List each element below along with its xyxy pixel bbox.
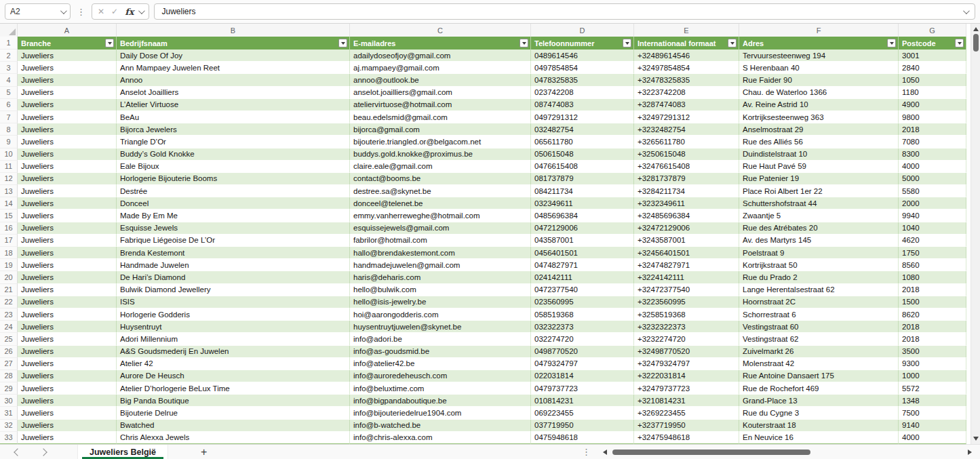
cell-E14[interactable]: +3232349611 — [634, 197, 739, 209]
row-header-25[interactable]: 25 — [0, 333, 18, 345]
cell-G8[interactable]: 2018 — [899, 123, 966, 136]
row-header-20[interactable]: 20 — [0, 271, 18, 283]
cell-E27[interactable]: +32479324797 — [634, 358, 739, 370]
cell-G23[interactable]: 8620 — [899, 308, 966, 321]
cell-B18[interactable]: Brenda Kestemont — [117, 247, 350, 259]
cell-C30[interactable]: info@bigpandaboutique.be — [350, 395, 531, 407]
row-header-30[interactable]: 30 — [0, 395, 18, 407]
cell-G4[interactable]: 1050 — [899, 74, 966, 86]
cell-F26[interactable]: Zuivelmarkt 26 — [739, 346, 899, 358]
cell-C7[interactable]: beau.edelsmid@gmail.com — [350, 111, 531, 123]
cell-F9[interactable]: Rue des Alliés 56 — [739, 136, 899, 148]
cell-A28[interactable]: Juweliers — [18, 370, 117, 382]
cell-E13[interactable]: +3284211734 — [634, 185, 739, 197]
cell-D33[interactable]: 0475948618 — [531, 432, 634, 444]
row-header-26[interactable]: 26 — [0, 346, 18, 358]
cell-A9[interactable]: Juweliers — [18, 136, 117, 148]
cell-F14[interactable]: Schuttershofstraat 44 — [739, 197, 899, 209]
cell-A11[interactable]: Juweliers — [18, 161, 117, 173]
cell-F6[interactable]: Av. Reine Astrid 10 — [739, 99, 899, 111]
cell-B3[interactable]: Ann Mampaey Juwelen Reet — [117, 62, 350, 74]
cell-F16[interactable]: Rue des Atrébates 20 — [739, 222, 899, 235]
row-header-16[interactable]: 16 — [0, 222, 18, 235]
cell-E19[interactable]: +32474827971 — [634, 259, 739, 271]
table-header-cell-F[interactable]: Adres — [739, 37, 899, 49]
cell-A12[interactable]: Juweliers — [18, 173, 117, 185]
cell-C20[interactable]: haris@deharis.com — [350, 271, 531, 283]
row-header-15[interactable]: 15 — [0, 209, 18, 222]
cell-D23[interactable]: 058519368 — [531, 308, 634, 321]
row-header-13[interactable]: 13 — [0, 185, 18, 197]
cell-E17[interactable]: +3243587001 — [634, 235, 739, 247]
column-header-C[interactable]: C — [350, 24, 531, 37]
cell-A33[interactable]: Juweliers — [18, 432, 117, 444]
cell-C18[interactable]: hallo@brendakestemont.com — [350, 247, 531, 259]
row-header-9[interactable]: 9 — [0, 136, 18, 148]
cell-D18[interactable]: 0456401501 — [531, 247, 634, 259]
row-header-31[interactable]: 31 — [0, 407, 18, 419]
cell-E24[interactable]: +3232322373 — [634, 321, 739, 333]
cell-G7[interactable]: 9800 — [899, 111, 966, 123]
row-header-23[interactable]: 23 — [0, 308, 18, 321]
row-header-6[interactable]: 6 — [0, 99, 18, 111]
cell-C27[interactable]: info@atelier42.be — [350, 358, 531, 370]
cell-B8[interactable]: Bijorca Jewelers — [117, 123, 350, 136]
row-header-19[interactable]: 19 — [0, 259, 18, 271]
cell-A24[interactable]: Juweliers — [18, 321, 117, 333]
cell-E10[interactable]: +3250615048 — [634, 148, 739, 161]
cell-F12[interactable]: Rue Patenier 19 — [739, 173, 899, 185]
cell-F31[interactable]: Rue du Cygne 3 — [739, 407, 899, 419]
cell-B27[interactable]: Atelier 42 — [117, 358, 350, 370]
cell-A8[interactable]: Juweliers — [18, 123, 117, 136]
cell-F8[interactable]: Anselmostraat 29 — [739, 123, 899, 136]
cell-G15[interactable]: 9940 — [899, 209, 966, 222]
cell-E33[interactable]: +32475948618 — [634, 432, 739, 444]
cell-G28[interactable]: 1000 — [899, 370, 966, 382]
confirm-entry-icon[interactable]: ✓ — [111, 7, 118, 16]
cell-A27[interactable]: Juweliers — [18, 358, 117, 370]
cell-D32[interactable]: 037719950 — [531, 420, 634, 432]
filter-button-G[interactable] — [955, 39, 964, 47]
cell-E29[interactable]: +32479737723 — [634, 382, 739, 395]
row-header-8[interactable]: 8 — [0, 123, 18, 136]
formula-input[interactable]: Juweliers — [154, 3, 975, 20]
horizontal-scrollbar[interactable] — [603, 449, 972, 456]
cell-B26[interactable]: A&S Goudsmederij En Juwelen — [117, 346, 350, 358]
cell-C22[interactable]: hello@isis-jewelry.be — [350, 296, 531, 308]
cell-C24[interactable]: huysentruytjuwelen@skynet.be — [350, 321, 531, 333]
cell-F25[interactable]: Vestingstraat 62 — [739, 333, 899, 345]
cell-E28[interactable]: +3222031814 — [634, 370, 739, 382]
row-header-22[interactable]: 22 — [0, 296, 18, 308]
cell-C28[interactable]: info@auroredeheusch.com — [350, 370, 531, 382]
cell-C14[interactable]: donceel@telenet.be — [350, 197, 531, 209]
cell-C5[interactable]: anselot.joailliers@gmail.com — [350, 87, 531, 99]
cell-B2[interactable]: Daily Dose Of Joy — [117, 49, 350, 62]
cell-D27[interactable]: 0479324797 — [531, 358, 634, 370]
cell-D12[interactable]: 081737879 — [531, 173, 634, 185]
cell-G22[interactable]: 1500 — [899, 296, 966, 308]
cell-G17[interactable]: 4620 — [899, 235, 966, 247]
cell-C29[interactable]: info@beluxtime.com — [350, 382, 531, 395]
cell-A5[interactable]: Juweliers — [18, 87, 117, 99]
sheet-nav-left-icon[interactable] — [14, 448, 21, 456]
row-header-33[interactable]: 33 — [0, 432, 18, 444]
cell-C25[interactable]: info@adori.be — [350, 333, 531, 345]
cell-B17[interactable]: Fabrique Liégeoise De L’Or — [117, 235, 350, 247]
scroll-up-icon[interactable] — [973, 27, 979, 31]
cell-G10[interactable]: 8300 — [899, 148, 966, 161]
row-header-14[interactable]: 14 — [0, 197, 18, 209]
row-header-28[interactable]: 28 — [0, 370, 18, 382]
name-box-chevron-down-icon[interactable] — [60, 7, 67, 14]
row-header-32[interactable]: 32 — [0, 420, 18, 432]
cell-A22[interactable]: Juweliers — [18, 296, 117, 308]
cell-B20[interactable]: De Hari’s Diamond — [117, 271, 350, 283]
cell-E2[interactable]: +32489614546 — [634, 49, 739, 62]
function-chevron-down-icon[interactable] — [138, 7, 145, 14]
cell-F7[interactable]: Kortrijksesteenweg 363 — [739, 111, 899, 123]
cell-B15[interactable]: Made By Em Me — [117, 209, 350, 222]
table-header-cell-D[interactable]: Telefoonnummer — [531, 37, 634, 49]
cell-C15[interactable]: emmy.vanherreweghe@hotmail.com — [350, 209, 531, 222]
cancel-entry-icon[interactable]: ✕ — [98, 7, 104, 16]
column-header-G[interactable]: G — [899, 24, 966, 37]
cell-E23[interactable]: +3258519368 — [634, 308, 739, 321]
